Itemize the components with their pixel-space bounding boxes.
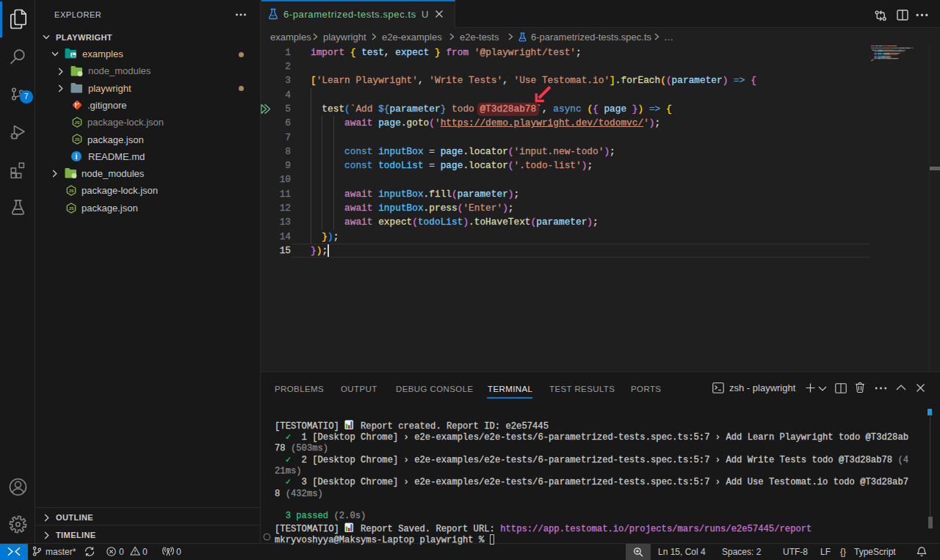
svg-text:JS: JS	[74, 137, 79, 142]
svg-text:JS: JS	[74, 120, 79, 125]
svg-text:JS: JS	[68, 189, 73, 193]
svg-text:i: i	[76, 153, 78, 161]
svg-text:JS: JS	[68, 206, 73, 210]
